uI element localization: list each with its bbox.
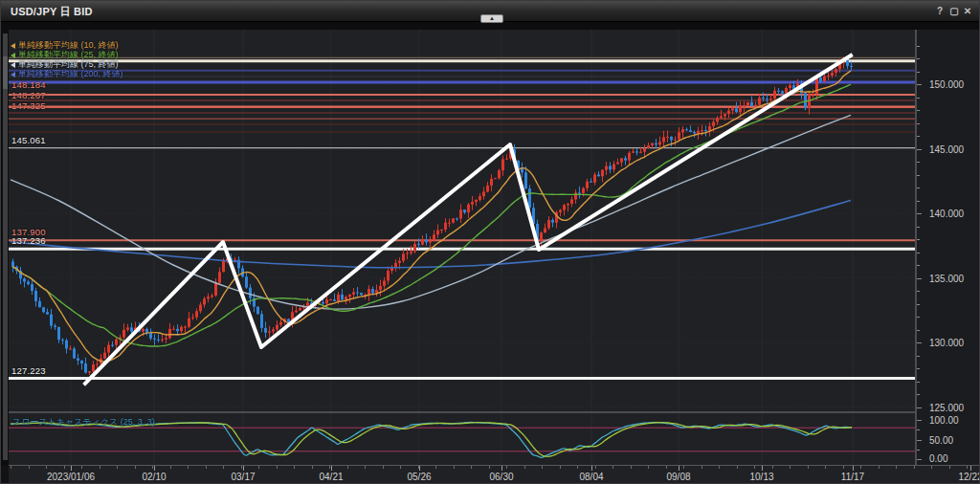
x-axis-minor-tick	[489, 466, 490, 469]
price-level-label[interactable]: 148.267	[11, 90, 46, 100]
candle-body	[176, 329, 179, 331]
price-axis[interactable]: 150.000145.000140.000135.000130.000125.0…	[917, 30, 980, 465]
candle-body	[406, 253, 409, 254]
candle-body	[559, 210, 562, 212]
x-axis-major-tick	[501, 466, 502, 471]
price-level-label[interactable]: 145.061	[11, 135, 46, 145]
stoch-axis-label: 50.00	[929, 434, 953, 445]
left-scrollbar-thumb[interactable]	[3, 56, 8, 89]
y-axis-tick	[917, 368, 920, 369]
y-axis-tick	[917, 72, 920, 73]
y-axis-tick	[917, 175, 920, 176]
candle-body	[276, 325, 278, 330]
candle-body	[103, 353, 106, 359]
candle-body	[567, 204, 569, 205]
price-level-label[interactable]: 137.236	[11, 235, 46, 246]
y-axis-tick	[917, 317, 920, 318]
left-scrollbar-track	[3, 33, 8, 460]
close-button[interactable]: ✕	[961, 5, 974, 18]
candle-body	[379, 286, 382, 290]
y-axis-tick	[917, 450, 920, 451]
candle-body	[46, 312, 49, 314]
app-window: USD/JPY 日 BID ? ▢ ✕ ▲ 単純移動平均線 (10, 終値)単純…	[0, 0, 980, 484]
price-chart-canvas[interactable]	[9, 30, 915, 412]
legend-marker-icon	[11, 53, 15, 58]
left-panel-strip[interactable]	[1, 30, 9, 466]
price-chart-pane[interactable]	[9, 30, 915, 412]
candle-body	[712, 121, 715, 125]
x-axis-major-tick	[331, 466, 332, 471]
x-axis-minor-tick	[206, 466, 207, 469]
candle-body	[735, 108, 738, 112]
candle-body	[195, 311, 198, 317]
candle-body	[42, 307, 45, 312]
toolbar-strip	[1, 22, 979, 30]
x-axis-minor-tick	[666, 466, 667, 469]
stochastic-legend[interactable]: スローストキャスティクス (25, 3, 3)	[12, 416, 155, 429]
candle-body	[616, 163, 619, 165]
ma-legend: 単純移動平均線 (10, 終値)単純移動平均線 (25, 終値)単純移動平均線 …	[11, 40, 123, 78]
candle-body	[352, 292, 355, 294]
x-axis-minor-tick	[737, 466, 738, 469]
candle-body	[835, 69, 837, 73]
candle-body	[678, 132, 680, 139]
candle-body	[724, 114, 726, 116]
candle-body	[831, 73, 834, 76]
candle-body	[750, 102, 753, 106]
y-axis-tick	[917, 213, 922, 214]
x-axis-minor-tick	[843, 466, 844, 469]
x-axis-minor-tick	[64, 466, 65, 469]
candle-body	[387, 271, 390, 280]
sma75-line[interactable]	[11, 115, 851, 309]
x-axis-minor-tick	[135, 466, 136, 469]
maximize-button[interactable]: ▢	[947, 5, 961, 18]
date-label: 09/08	[666, 472, 690, 482]
sma25-line[interactable]	[12, 84, 851, 346]
y-axis-tick	[917, 429, 920, 430]
candle-body	[203, 298, 206, 304]
price-level-label[interactable]: 148.184	[11, 79, 46, 90]
date-label: 05/26	[407, 472, 431, 482]
window-title: USD/JPY 日 BID	[11, 5, 93, 19]
price-level-label[interactable]: 147.325	[11, 100, 46, 111]
legend-item-sma[interactable]: 単純移動平均線 (25, 終値)	[11, 50, 123, 59]
legend-item-sma[interactable]: 単純移動平均線 (10, 終値)	[11, 40, 123, 50]
candle-body	[61, 340, 64, 341]
candle-body	[394, 263, 397, 267]
candle-body	[762, 98, 765, 99]
date-label: 12/22	[958, 472, 980, 482]
candle-body	[501, 160, 504, 171]
x-axis-minor-tick	[825, 466, 826, 469]
candle-body	[421, 240, 424, 245]
legend-item-sma[interactable]: 単純移動平均線 (200, 終値)	[11, 69, 123, 78]
y-axis-tick	[917, 98, 920, 99]
candle-body	[524, 172, 527, 188]
candle-body	[758, 98, 761, 105]
x-axis-minor-tick	[117, 466, 118, 469]
candle-body	[823, 77, 826, 81]
x-axis-minor-tick	[100, 466, 100, 469]
candle-body	[410, 252, 412, 253]
help-button[interactable]: ?	[933, 5, 947, 18]
candle-body	[498, 170, 501, 178]
candle-body	[34, 291, 37, 301]
x-axis-minor-tick	[949, 466, 950, 469]
candle-body	[475, 200, 478, 202]
legend-item-sma[interactable]: 単純移動平均線 (75, 終値)	[11, 59, 123, 69]
x-axis-major-tick	[71, 466, 72, 471]
candle-body	[720, 117, 723, 119]
time-axis[interactable]: 2023/01/0602/1003/1704/2105/2606/3008/04…	[9, 466, 980, 484]
x-axis-minor-tick	[702, 466, 702, 469]
x-axis-minor-tick	[347, 466, 348, 469]
candle-body	[685, 129, 688, 130]
price-level-label[interactable]: 127.223	[11, 365, 46, 376]
candle-body	[620, 158, 623, 162]
toolbar-collapse-button[interactable]: ▲	[480, 14, 503, 23]
legend-item-label: 単純移動平均線 (25, 終値)	[18, 50, 119, 59]
candle-body	[368, 289, 370, 295]
candle-body	[494, 178, 497, 179]
candle-body	[456, 218, 458, 219]
candle-body	[704, 130, 707, 131]
pane-separator[interactable]	[9, 411, 980, 413]
candle-body	[467, 205, 470, 212]
